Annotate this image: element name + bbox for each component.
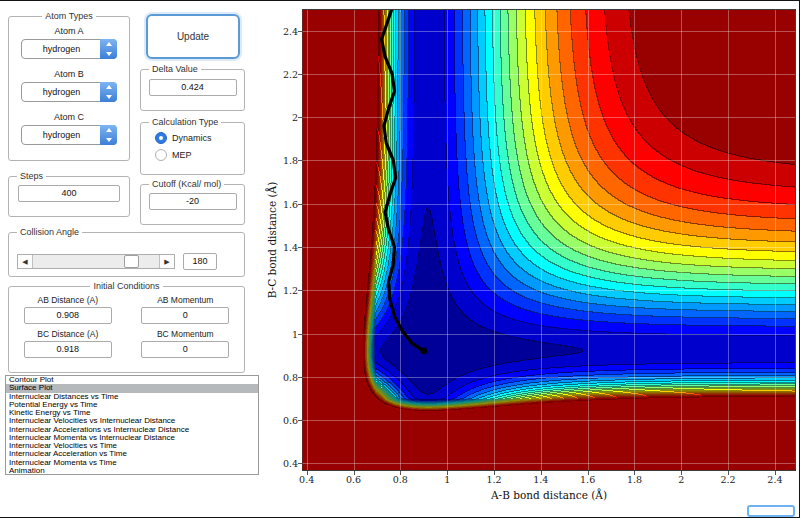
mep-radio-row[interactable]: MEP xyxy=(155,149,244,161)
bc-distance-field[interactable]: 0.918 xyxy=(24,341,112,358)
collision-angle-panel: Collision Angle ◀ ▶ 180 xyxy=(8,227,245,277)
cutoff-panel: Cutoff (Kcal/ mol) -20 xyxy=(140,179,245,225)
atom-types-panel: Atom Types Atom A hydrogen Atom B hydrog… xyxy=(8,11,130,161)
x-tick-label: 1.8 xyxy=(627,474,642,485)
x-tick-mark xyxy=(588,471,589,475)
cutoff-title: Cutoff (Kcal/ mol) xyxy=(149,179,224,189)
x-tick-label: 1.4 xyxy=(533,474,548,485)
steps-field[interactable]: 400 xyxy=(18,185,120,202)
popup-arrows-icon xyxy=(100,39,117,59)
x-tick-mark xyxy=(307,471,308,475)
ab-distance-label: AB Distance (A) xyxy=(9,295,127,305)
x-tick-label: 0.4 xyxy=(299,474,314,485)
atom-b-label: Atom B xyxy=(9,69,129,79)
y-tick-label: 2.2 xyxy=(274,69,298,80)
list-item[interactable]: Animation xyxy=(6,467,258,475)
y-tick-mark xyxy=(298,377,302,378)
delta-value-field[interactable]: 0.424 xyxy=(149,79,237,96)
atom-b-select[interactable]: hydrogen xyxy=(21,82,117,102)
x-tick-label: 0.6 xyxy=(346,474,361,485)
ab-distance-field[interactable]: 0.908 xyxy=(24,307,112,324)
x-tick-label: 1 xyxy=(444,474,450,485)
x-tick-label: 2.2 xyxy=(721,474,736,485)
mep-radio-label: MEP xyxy=(172,150,192,160)
y-tick-label: 0.6 xyxy=(274,415,298,426)
y-tick-mark xyxy=(298,290,302,291)
y-tick-label: 2.4 xyxy=(274,26,298,37)
y-tick-label: 0.4 xyxy=(274,458,298,469)
x-tick-label: 2 xyxy=(678,474,684,485)
bottom-right-mini-field[interactable] xyxy=(747,505,795,517)
y-tick-mark xyxy=(298,204,302,205)
bc-distance-label: BC Distance (A) xyxy=(9,329,127,339)
x-tick-mark xyxy=(447,471,448,475)
steps-panel: Steps 400 xyxy=(8,171,130,217)
ab-momentum-field[interactable]: 0 xyxy=(141,307,229,324)
pes-contour-plot xyxy=(302,9,796,471)
x-tick-mark xyxy=(634,471,635,475)
initial-conditions-title: Initial Conditions xyxy=(90,281,162,291)
collision-angle-slider[interactable]: ◀ ▶ xyxy=(17,254,175,269)
slider-thumb[interactable] xyxy=(124,255,139,268)
atom-types-title: Atom Types xyxy=(42,11,95,21)
x-tick-mark xyxy=(354,471,355,475)
dynamics-radio-label: Dynamics xyxy=(172,133,212,143)
slider-track[interactable] xyxy=(33,255,159,268)
mep-radio[interactable] xyxy=(155,149,167,161)
y-tick-mark xyxy=(298,334,302,335)
collision-angle-title: Collision Angle xyxy=(17,227,82,237)
y-axis-label: B-C bond distance (Å) xyxy=(266,150,278,330)
x-tick-mark xyxy=(775,471,776,475)
x-axis-label: A-B bond distance (Å) xyxy=(302,489,796,501)
ab-momentum-label: AB Momentum xyxy=(127,295,245,305)
y-tick-mark xyxy=(298,31,302,32)
atom-a-label: Atom A xyxy=(9,26,129,36)
delta-value-panel: Delta Value 0.424 xyxy=(140,64,245,111)
popup-arrows-icon xyxy=(100,82,117,102)
x-tick-mark xyxy=(728,471,729,475)
x-tick-label: 1.2 xyxy=(486,474,501,485)
plot-type-listbox[interactable]: Contour Plot Surface Plot Internuclear D… xyxy=(5,375,259,475)
x-tick-label: 2.4 xyxy=(767,474,782,485)
calculation-type-panel: Calculation Type Dynamics MEP xyxy=(140,117,245,175)
dynamics-radio-row[interactable]: Dynamics xyxy=(155,132,244,144)
calculation-type-title: Calculation Type xyxy=(149,117,221,127)
collision-angle-field[interactable]: 180 xyxy=(183,253,217,270)
x-tick-mark xyxy=(541,471,542,475)
y-tick-mark xyxy=(298,160,302,161)
x-tick-label: 1.6 xyxy=(580,474,595,485)
y-tick-mark xyxy=(298,247,302,248)
x-tick-mark xyxy=(681,471,682,475)
popup-arrows-icon xyxy=(100,125,117,145)
bc-momentum-field[interactable]: 0 xyxy=(141,341,229,358)
x-tick-label: 0.8 xyxy=(393,474,408,485)
slider-right-arrow-icon[interactable]: ▶ xyxy=(159,255,174,268)
y-tick-mark xyxy=(298,420,302,421)
dynamics-radio[interactable] xyxy=(155,132,167,144)
initial-conditions-grid: AB Distance (A) AB Momentum 0.908 0 BC D… xyxy=(9,293,244,361)
y-tick-mark xyxy=(298,463,302,464)
y-tick-label: 1 xyxy=(274,329,298,340)
x-tick-mark xyxy=(494,471,495,475)
y-tick-label: 0.8 xyxy=(274,372,298,383)
atom-c-select[interactable]: hydrogen xyxy=(21,125,117,145)
atom-c-label: Atom C xyxy=(9,112,129,122)
initial-conditions-panel: Initial Conditions AB Distance (A) AB Mo… xyxy=(8,281,245,373)
slider-left-arrow-icon[interactable]: ◀ xyxy=(18,255,33,268)
steps-title: Steps xyxy=(17,171,46,181)
y-tick-mark xyxy=(298,117,302,118)
y-tick-mark xyxy=(298,74,302,75)
x-tick-mark xyxy=(400,471,401,475)
delta-value-title: Delta Value xyxy=(149,64,201,74)
cutoff-field[interactable]: -20 xyxy=(149,193,237,210)
app-window: Atom Types Atom A hydrogen Atom B hydrog… xyxy=(0,0,800,518)
y-tick-label: 2 xyxy=(274,112,298,123)
bc-momentum-label: BC Momentum xyxy=(127,329,245,339)
atom-a-select[interactable]: hydrogen xyxy=(21,39,117,59)
update-button[interactable]: Update xyxy=(146,14,240,59)
